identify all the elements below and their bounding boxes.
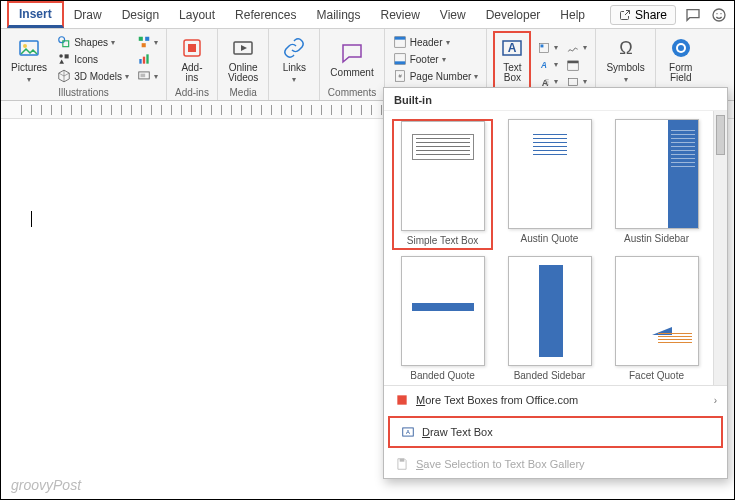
icons-icon [57, 52, 71, 66]
svg-rect-12 [139, 59, 141, 64]
date-time-button[interactable] [564, 57, 589, 73]
pictures-label: Pictures [11, 63, 47, 73]
tab-layout[interactable]: Layout [169, 4, 225, 26]
date-icon [566, 58, 580, 72]
screenshot-button[interactable]: ▾ [135, 68, 160, 84]
header-icon [393, 35, 407, 49]
form-field-label: Form Field [669, 63, 692, 83]
gallery-item-austin-sidebar[interactable]: Austin Sidebar [606, 119, 707, 250]
comment-label: Comment [330, 68, 373, 78]
gallery-item-banded-quote[interactable]: Banded Quote [392, 256, 493, 381]
gallery-item-banded-sidebar[interactable]: Banded Sidebar [499, 256, 600, 381]
addins-group-label: Add-ins [173, 87, 211, 100]
svg-rect-23 [394, 61, 405, 64]
links-button[interactable]: Links ▾ [275, 33, 313, 86]
share-button[interactable]: Share [610, 5, 676, 25]
tab-help[interactable]: Help [550, 4, 595, 26]
tab-references[interactable]: References [225, 4, 306, 26]
signature-line-button[interactable]: ▾ [564, 40, 589, 56]
tab-design[interactable]: Design [112, 4, 169, 26]
symbols-button[interactable]: Ω Symbols ▾ [602, 33, 648, 86]
chart-button[interactable] [135, 51, 160, 67]
online-videos-button[interactable]: Online Videos [224, 33, 262, 85]
gallery-item-austin-quote[interactable]: Austin Quote [499, 119, 600, 250]
tab-review[interactable]: Review [370, 4, 429, 26]
gallery-item-label: Banded Quote [410, 370, 475, 381]
text-box-label: Text Box [503, 63, 521, 83]
svg-rect-14 [146, 54, 148, 63]
comments-group-label: Comments [326, 87, 377, 100]
group-addins: Add- ins Add-ins [167, 29, 218, 100]
svg-rect-10 [145, 37, 149, 41]
watermark: groovyPost [11, 477, 81, 493]
svg-point-7 [59, 54, 63, 58]
gallery-item-facet-quote[interactable]: Facet Quote [606, 256, 707, 381]
gallery-item-label: Austin Sidebar [624, 233, 689, 244]
header-label: Header [410, 37, 443, 48]
footer-button[interactable]: Footer▾ [391, 51, 481, 67]
draw-text-box-icon: A [400, 424, 416, 440]
smiley-icon[interactable] [710, 6, 728, 24]
share-icon [619, 9, 631, 21]
symbols-label: Symbols [606, 63, 644, 73]
comment-button[interactable]: Comment [326, 38, 377, 80]
chevron-right-icon: › [714, 395, 717, 406]
header-button[interactable]: Header▾ [391, 34, 481, 50]
svg-rect-39 [397, 395, 406, 404]
page-number-button[interactable]: #Page Number▾ [391, 68, 481, 84]
tab-insert[interactable]: Insert [7, 1, 64, 28]
chart-icon [137, 52, 151, 66]
page-number-icon: # [393, 69, 407, 83]
office-icon [394, 392, 410, 408]
smartart-icon [137, 35, 151, 49]
smartart-button[interactable]: ▾ [135, 34, 160, 50]
shapes-button[interactable]: Shapes▾ [55, 34, 131, 50]
text-box-dropdown: Built-in Simple Text Box Austin Quote Au… [383, 87, 728, 479]
quick-parts-button[interactable]: ▾ [535, 40, 560, 56]
media-group-label: Media [224, 87, 262, 100]
illustrations-group-label: Illustrations [7, 87, 160, 100]
gallery-item-label: Simple Text Box [407, 235, 479, 246]
addins-button[interactable]: Add- ins [173, 33, 211, 85]
tab-bar: Insert Draw Design Layout References Mai… [1, 1, 734, 29]
draw-text-box-item[interactable]: A Draw Text Box [388, 416, 723, 448]
gallery-item-simple-text-box[interactable]: Simple Text Box [392, 119, 493, 250]
save-selection-label: Save Selection to Text Box Gallery [416, 458, 585, 470]
tab-developer[interactable]: Developer [476, 4, 551, 26]
cube-icon [57, 69, 71, 83]
svg-rect-9 [139, 37, 143, 41]
svg-rect-33 [568, 60, 579, 62]
group-illustrations: Pictures ▾ Shapes▾ Icons 3D Models▾ ▾ [1, 29, 167, 100]
group-links: Links ▾ [269, 29, 320, 100]
wordart-button[interactable]: A▾ [535, 57, 560, 73]
dropdown-section-header: Built-in [384, 88, 727, 111]
form-field-button[interactable]: Form Field [662, 33, 700, 85]
svg-text:A: A [508, 41, 517, 55]
online-videos-label: Online Videos [228, 63, 258, 83]
shapes-label: Shapes [74, 37, 108, 48]
svg-point-1 [716, 13, 717, 14]
chevron-down-icon: ▾ [27, 75, 31, 84]
tab-view[interactable]: View [430, 4, 476, 26]
tab-mailings[interactable]: Mailings [306, 4, 370, 26]
shapes-icon [57, 35, 71, 49]
screenshot-icon [137, 69, 151, 83]
3d-models-button[interactable]: 3D Models▾ [55, 68, 131, 84]
comments-pane-icon[interactable] [684, 6, 702, 24]
svg-rect-13 [143, 57, 145, 64]
gallery-scrollbar[interactable] [713, 111, 727, 385]
tab-draw[interactable]: Draw [64, 4, 112, 26]
more-text-boxes-item[interactable]: More Text Boxes from Office.com › [384, 386, 727, 414]
omega-icon: Ω [613, 35, 639, 61]
svg-point-38 [678, 45, 684, 51]
icons-button[interactable]: Icons [55, 51, 131, 67]
save-selection-item: Save Selection to Text Box Gallery [384, 450, 727, 478]
quick-parts-icon [537, 41, 551, 55]
svg-rect-8 [65, 54, 69, 58]
signature-icon [566, 41, 580, 55]
svg-point-0 [713, 9, 725, 21]
pictures-icon [16, 35, 42, 61]
link-icon [281, 35, 307, 61]
pictures-button[interactable]: Pictures ▾ [7, 33, 51, 86]
svg-rect-21 [394, 37, 405, 40]
